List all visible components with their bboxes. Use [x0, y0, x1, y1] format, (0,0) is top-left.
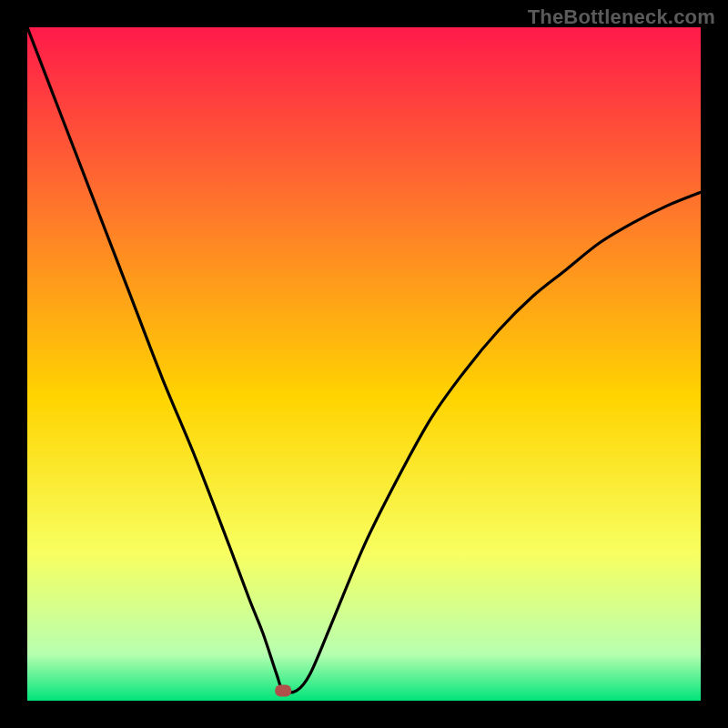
optimal-point-marker — [275, 684, 291, 696]
gradient-background — [27, 27, 701, 701]
chart-container: TheBottleneck.com — [0, 0, 728, 728]
watermark-text: TheBottleneck.com — [528, 5, 715, 29]
chart-svg — [27, 27, 701, 701]
plot-area — [27, 27, 701, 701]
